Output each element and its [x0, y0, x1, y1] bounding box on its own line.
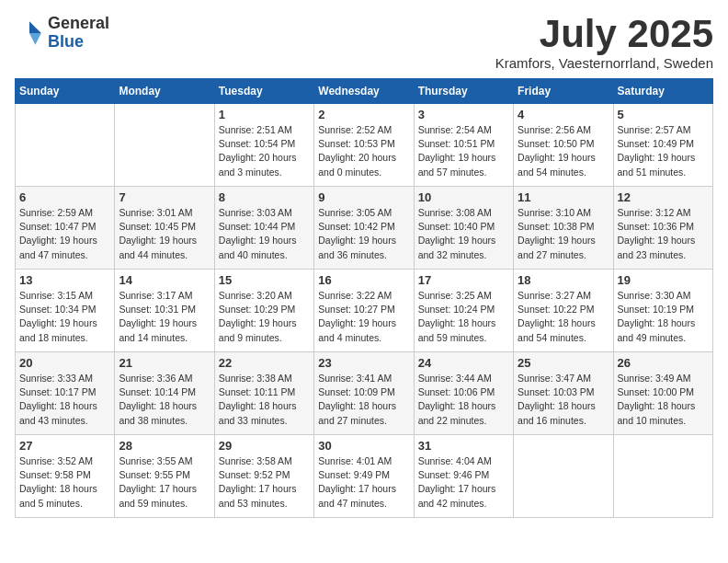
calendar-day-cell — [613, 435, 712, 518]
day-info: Sunrise: 3:22 AM Sunset: 10:27 PM Daylig… — [318, 289, 409, 345]
day-number: 1 — [219, 108, 310, 121]
day-info: Sunrise: 3:12 AM Sunset: 10:36 PM Daylig… — [618, 206, 709, 262]
day-info: Sunrise: 2:51 AM Sunset: 10:54 PM Daylig… — [219, 123, 310, 179]
calendar-day-cell: 19Sunrise: 3:30 AM Sunset: 10:19 PM Dayl… — [613, 270, 712, 352]
day-info: Sunrise: 3:17 AM Sunset: 10:31 PM Daylig… — [119, 289, 210, 345]
logo-icon — [15, 18, 44, 48]
day-of-week-header: Monday — [115, 79, 214, 104]
page-header: General Blue July 2025 Kramfors, Vaester… — [15, 15, 713, 71]
calendar-day-cell: 13Sunrise: 3:15 AM Sunset: 10:34 PM Dayl… — [16, 270, 115, 352]
calendar-day-cell: 25Sunrise: 3:47 AM Sunset: 10:03 PM Dayl… — [514, 352, 613, 435]
calendar-day-cell — [115, 104, 214, 187]
day-number: 2 — [318, 108, 409, 121]
calendar-day-cell: 21Sunrise: 3:36 AM Sunset: 10:14 PM Dayl… — [115, 352, 214, 435]
day-number: 18 — [518, 273, 609, 287]
calendar-day-cell: 3Sunrise: 2:54 AM Sunset: 10:51 PM Dayli… — [414, 104, 513, 187]
day-info: Sunrise: 3:36 AM Sunset: 10:14 PM Daylig… — [119, 372, 210, 428]
calendar-table: SundayMondayTuesdayWednesdayThursdayFrid… — [15, 78, 713, 518]
day-number: 27 — [19, 439, 110, 453]
svg-marker-1 — [29, 33, 41, 45]
day-number: 23 — [318, 356, 409, 370]
day-number: 25 — [518, 356, 609, 370]
day-number: 22 — [219, 356, 310, 370]
calendar-day-cell: 31Sunrise: 4:04 AM Sunset: 9:46 PM Dayli… — [414, 435, 513, 518]
calendar-week-row: 27Sunrise: 3:52 AM Sunset: 9:58 PM Dayli… — [16, 435, 713, 518]
day-number: 26 — [618, 356, 709, 370]
day-info: Sunrise: 3:55 AM Sunset: 9:55 PM Dayligh… — [119, 454, 210, 511]
logo-blue-text: Blue — [48, 32, 84, 51]
day-number: 24 — [418, 356, 509, 370]
day-of-week-header: Thursday — [414, 79, 513, 104]
calendar-day-cell: 16Sunrise: 3:22 AM Sunset: 10:27 PM Dayl… — [314, 270, 414, 352]
day-info: Sunrise: 2:54 AM Sunset: 10:51 PM Daylig… — [418, 123, 509, 179]
day-number: 9 — [318, 190, 409, 204]
day-number: 30 — [318, 439, 409, 453]
day-number: 12 — [618, 190, 709, 204]
calendar-day-cell: 24Sunrise: 3:44 AM Sunset: 10:06 PM Dayl… — [414, 352, 513, 435]
day-number: 28 — [119, 439, 210, 453]
day-number: 21 — [119, 356, 210, 370]
day-number: 13 — [19, 273, 110, 287]
calendar-header: SundayMondayTuesdayWednesdayThursdayFrid… — [16, 79, 713, 104]
day-info: Sunrise: 3:27 AM Sunset: 10:22 PM Daylig… — [518, 289, 609, 345]
day-of-week-header: Sunday — [16, 79, 115, 104]
calendar-day-cell: 26Sunrise: 3:49 AM Sunset: 10:00 PM Dayl… — [613, 352, 712, 435]
calendar-day-cell: 15Sunrise: 3:20 AM Sunset: 10:29 PM Dayl… — [214, 270, 313, 352]
day-number: 17 — [418, 273, 509, 287]
day-info: Sunrise: 3:33 AM Sunset: 10:17 PM Daylig… — [19, 372, 110, 428]
calendar-day-cell: 10Sunrise: 3:08 AM Sunset: 10:40 PM Dayl… — [414, 187, 513, 270]
calendar-day-cell: 29Sunrise: 3:58 AM Sunset: 9:52 PM Dayli… — [214, 435, 313, 518]
day-info: Sunrise: 3:58 AM Sunset: 9:52 PM Dayligh… — [219, 454, 310, 511]
day-info: Sunrise: 3:10 AM Sunset: 10:38 PM Daylig… — [518, 206, 609, 262]
day-number: 19 — [618, 273, 709, 287]
calendar-day-cell: 30Sunrise: 4:01 AM Sunset: 9:49 PM Dayli… — [314, 435, 414, 518]
day-number: 11 — [518, 190, 609, 204]
day-number: 15 — [219, 273, 310, 287]
day-of-week-header: Wednesday — [314, 79, 414, 104]
day-info: Sunrise: 2:52 AM Sunset: 10:53 PM Daylig… — [318, 123, 409, 179]
day-number: 31 — [418, 439, 509, 453]
day-number: 4 — [518, 108, 609, 121]
day-info: Sunrise: 2:59 AM Sunset: 10:47 PM Daylig… — [19, 206, 110, 262]
header-row: SundayMondayTuesdayWednesdayThursdayFrid… — [16, 79, 713, 104]
day-info: Sunrise: 3:41 AM Sunset: 10:09 PM Daylig… — [318, 372, 409, 428]
calendar-day-cell: 17Sunrise: 3:25 AM Sunset: 10:24 PM Dayl… — [414, 270, 513, 352]
day-info: Sunrise: 3:15 AM Sunset: 10:34 PM Daylig… — [19, 289, 110, 345]
calendar-day-cell: 28Sunrise: 3:55 AM Sunset: 9:55 PM Dayli… — [115, 435, 214, 518]
calendar-day-cell: 18Sunrise: 3:27 AM Sunset: 10:22 PM Dayl… — [514, 270, 613, 352]
day-number: 29 — [219, 439, 310, 453]
day-number: 3 — [418, 108, 509, 121]
calendar-day-cell: 14Sunrise: 3:17 AM Sunset: 10:31 PM Dayl… — [115, 270, 214, 352]
day-number: 20 — [19, 356, 110, 370]
calendar-day-cell: 22Sunrise: 3:38 AM Sunset: 10:11 PM Dayl… — [214, 352, 313, 435]
day-info: Sunrise: 4:04 AM Sunset: 9:46 PM Dayligh… — [418, 454, 509, 511]
logo: General Blue — [15, 15, 109, 52]
day-info: Sunrise: 3:03 AM Sunset: 10:44 PM Daylig… — [219, 206, 310, 262]
day-info: Sunrise: 3:38 AM Sunset: 10:11 PM Daylig… — [219, 372, 310, 428]
calendar-day-cell: 12Sunrise: 3:12 AM Sunset: 10:36 PM Dayl… — [613, 187, 712, 270]
day-info: Sunrise: 2:57 AM Sunset: 10:49 PM Daylig… — [618, 123, 709, 179]
day-of-week-header: Saturday — [613, 79, 712, 104]
day-number: 14 — [119, 273, 210, 287]
day-info: Sunrise: 3:01 AM Sunset: 10:45 PM Daylig… — [119, 206, 210, 262]
day-number: 16 — [318, 273, 409, 287]
calendar-week-row: 13Sunrise: 3:15 AM Sunset: 10:34 PM Dayl… — [16, 270, 713, 352]
day-info: Sunrise: 3:44 AM Sunset: 10:06 PM Daylig… — [418, 372, 509, 428]
title-block: July 2025 Kramfors, Vaesternorrland, Swe… — [495, 15, 713, 71]
calendar-day-cell: 4Sunrise: 2:56 AM Sunset: 10:50 PM Dayli… — [514, 104, 613, 187]
day-number: 6 — [19, 190, 110, 204]
calendar-day-cell: 5Sunrise: 2:57 AM Sunset: 10:49 PM Dayli… — [613, 104, 712, 187]
day-info: Sunrise: 3:47 AM Sunset: 10:03 PM Daylig… — [518, 372, 609, 428]
calendar-week-row: 20Sunrise: 3:33 AM Sunset: 10:17 PM Dayl… — [16, 352, 713, 435]
calendar-day-cell: 1Sunrise: 2:51 AM Sunset: 10:54 PM Dayli… — [214, 104, 313, 187]
svg-marker-0 — [29, 21, 41, 33]
day-number: 5 — [618, 108, 709, 121]
calendar-day-cell: 6Sunrise: 2:59 AM Sunset: 10:47 PM Dayli… — [16, 187, 115, 270]
day-info: Sunrise: 3:52 AM Sunset: 9:58 PM Dayligh… — [19, 454, 110, 511]
calendar-week-row: 1Sunrise: 2:51 AM Sunset: 10:54 PM Dayli… — [16, 104, 713, 187]
logo-general-text: General — [48, 14, 109, 32]
day-of-week-header: Friday — [514, 79, 613, 104]
day-number: 7 — [119, 190, 210, 204]
location: Kramfors, Vaesternorrland, Sweden — [495, 55, 713, 71]
day-number: 10 — [418, 190, 509, 204]
